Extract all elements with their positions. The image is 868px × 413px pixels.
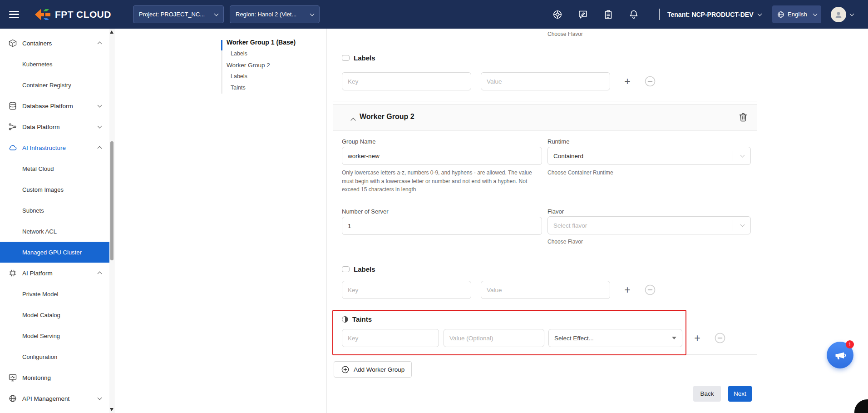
sidebar-scrollbar-thumb[interactable] [110,141,113,260]
wg2-label-value-input[interactable] [481,281,610,299]
sidebar-item-subnets[interactable]: Subnets [0,200,114,221]
hamburger-icon [9,9,19,20]
sidebar-item-model-serving[interactable]: Model Serving [0,325,114,346]
fpt-logo-icon [35,9,51,20]
logo-text: FPT CLOUD [55,9,111,20]
support-icon[interactable] [552,9,563,20]
scroll-up-arrow-icon[interactable] [110,30,113,34]
main-content: Choose Flavor Labels + [327,29,868,413]
region-dropdown[interactable]: Region: Hanoi 2 (Viet... [230,5,320,23]
sidebar-item-ai-platform[interactable]: AI Platform [0,263,114,284]
taint-value-input[interactable] [444,329,544,347]
data-platform-icon [8,122,17,131]
clipboard-icon[interactable] [603,9,614,20]
announcement-fab-button[interactable]: 1 [827,342,853,368]
chevron-down-icon [98,124,102,129]
region-dropdown-label: Region: Hanoi 2 (Viet... [236,11,296,18]
wg2-remove-label-button[interactable] [643,281,657,299]
sidebar-item-private-model[interactable]: Private Model [0,284,114,304]
sidebar-item-label: Managed GPU Cluster [22,249,82,256]
sidebar-item-containers[interactable]: Containers [0,33,114,54]
sidebar-item-label: Network ACL [22,228,57,235]
bell-icon[interactable] [628,9,639,20]
wg1-label-value-input[interactable] [481,72,610,90]
sidebar-item-monitoring[interactable]: Monitoring [0,367,114,388]
sidebar-item-metal-cloud[interactable]: Metal Cloud [0,158,114,179]
group-name-input[interactable] [342,147,542,165]
back-button[interactable]: Back [693,386,721,402]
sidebar-item-managed-gpu-cluster[interactable]: Managed GPU Cluster [0,242,114,263]
anchor-wg2-taints[interactable]: Taints [231,84,296,92]
anchor-wg1-labels[interactable]: Labels [231,50,296,58]
flavor-placeholder: Select flavor [553,222,587,229]
globe-icon [777,10,785,19]
plus-icon: + [694,333,700,343]
taint-icon [342,316,348,323]
add-worker-group-button[interactable]: Add Worker Group [334,361,412,378]
plus-circle-icon [341,365,350,374]
chevron-down-icon [98,103,102,108]
scroll-down-arrow-icon[interactable] [110,408,113,411]
delete-worker-group-icon[interactable] [738,112,749,123]
tenant-dropdown[interactable]: Tenant: NCP-PRODUCT-DEV [667,0,761,29]
worker-group-1-card: Choose Flavor Labels + [333,29,757,101]
sidebar-item-label: Database Platform [22,103,73,109]
user-menu[interactable] [831,0,853,29]
sidebar-scrollbar[interactable] [109,29,114,413]
taint-key-input[interactable] [342,329,439,347]
sidebar-item-label: Monitoring [22,374,51,381]
number-of-server-input[interactable] [342,217,542,235]
flavor-select[interactable]: Select flavor [547,216,751,234]
sidebar-item-data-platform[interactable]: Data Platform [0,116,114,137]
project-dropdown[interactable]: Project: PROJECT_NC... [133,5,224,23]
sidebar-item-label: API Management [22,395,69,402]
sidebar-item-label: Containers [22,40,52,47]
sidebar-item-label: Model Serving [22,333,60,339]
worker-groups-anchor-nav: Worker Group 1 (Base) Labels Worker Grou… [221,39,296,95]
sidebar-item-custom-images[interactable]: Custom Images [0,179,114,200]
worker-group-2-header: Worker Group 2 [333,104,757,131]
wg1-flavor-helper: Choose Flavor [547,30,583,39]
remove-taint-button[interactable] [713,329,727,347]
wg1-add-label-button[interactable]: + [621,72,634,90]
sidebar-item-model-catalog[interactable]: Model Catalog [0,304,114,325]
sidebar-item-label: Data Platform [22,124,60,130]
header-separator [659,9,660,20]
next-button[interactable]: Next [728,386,752,402]
chip-icon [8,269,17,278]
tenant-label: Tenant: NCP-PRODUCT-DEV [667,11,754,18]
worker-group-2-title: Worker Group 2 [360,113,414,121]
sidebar-item-label: Model Catalog [22,312,60,318]
fpt-cloud-logo[interactable]: FPT CLOUD [35,0,111,29]
sidebar-item-configuration[interactable]: Configuration [0,346,114,367]
sidebar-item-container-registry[interactable]: Container Registry [0,75,114,95]
chevron-down-icon [310,11,315,16]
wg1-remove-label-button[interactable] [643,72,657,90]
sidebar-item-label: Container Registry [22,82,71,89]
hamburger-menu-button[interactable] [0,0,28,29]
sidebar-item-network-acl[interactable]: Network ACL [0,221,114,242]
sidebar-item-kubernetes[interactable]: Kubernetes [0,54,114,75]
language-dropdown[interactable]: English [772,5,821,23]
add-taint-button[interactable]: + [691,329,704,347]
sidebar-item-database-platform[interactable]: Database Platform [0,95,114,116]
caret-down-icon [672,337,676,339]
wg2-label-key-input[interactable] [342,281,471,299]
collapse-chevron-icon[interactable] [350,118,355,123]
wg1-labels-heading: Labels [342,54,375,62]
runtime-label: Runtime [547,138,569,145]
anchor-worker-group-2[interactable]: Worker Group 2 [227,61,296,69]
runtime-select[interactable]: Containerd [547,147,751,165]
anchor-active-indicator [221,40,222,50]
anchor-wg2-labels[interactable]: Labels [231,73,296,80]
taint-effect-select[interactable]: Select Effect... [548,329,682,347]
anchor-worker-group-1[interactable]: Worker Group 1 (Base) [227,39,296,46]
wg1-label-key-input[interactable] [342,72,471,90]
flavor-helper: Choose Flavor [547,238,583,246]
sidebar-item-ai-infrastructure[interactable]: AI Infrastructure [0,137,114,158]
minus-circle-icon [644,75,656,88]
feedback-icon[interactable] [577,9,588,20]
sidebar-item-api-management[interactable]: API Management [0,388,114,409]
taint-effect-placeholder: Select Effect... [554,335,594,342]
wg2-add-label-button[interactable]: + [621,281,634,299]
